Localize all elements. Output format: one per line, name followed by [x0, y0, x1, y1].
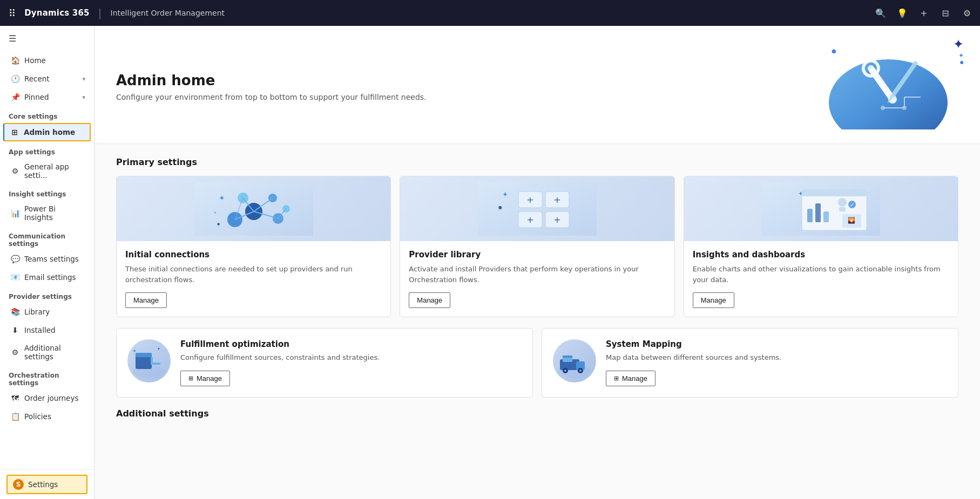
sidebar-item-library[interactable]: 📚 Library	[0, 303, 94, 321]
manage-button-provider-library[interactable]: Manage	[409, 292, 450, 308]
section-core-settings: Core settings	[0, 106, 94, 122]
svg-rect-42	[802, 190, 867, 196]
svg-text:✦: ✦	[502, 190, 508, 199]
svg-point-11	[881, 106, 884, 110]
email-icon: 📧	[10, 272, 20, 282]
svg-text:●: ●	[498, 205, 502, 210]
sidebar-item-recent[interactable]: 🕐 Recent ▾	[0, 70, 94, 88]
wide-cards-grid: ✦ ✦ Fulfillment optimization Configure f…	[116, 328, 958, 398]
recent-icon: 🕐	[10, 74, 20, 84]
sidebar-item-admin-home[interactable]: ⊞ Admin home	[3, 123, 91, 141]
svg-point-63	[564, 370, 566, 372]
svg-rect-44	[815, 203, 821, 222]
manage-button-insights-dashboards[interactable]: Manage	[693, 292, 734, 308]
fulfillment-svg: ✦ ✦	[130, 342, 168, 380]
installed-icon: ⬇	[10, 325, 20, 335]
card-system-mapping-desc: Map data between different sources and s…	[606, 352, 947, 363]
sidebar-item-installed[interactable]: ⬇ Installed	[0, 321, 94, 339]
manage-label: Manage	[622, 374, 647, 382]
insights-svg: ✦	[761, 182, 880, 236]
sidebar-item-general-app[interactable]: ⚙ General app setti...	[0, 158, 94, 184]
sidebar-item-policies-label: Policies	[24, 412, 51, 421]
search-icon[interactable]: 🔍	[874, 6, 887, 19]
svg-text:+: +	[526, 195, 533, 205]
sidebar-item-general-app-label: General app setti...	[24, 162, 85, 180]
card-fulfillment-title: Fulfillment optimization	[180, 339, 522, 349]
filter-icon[interactable]: ⊟	[939, 6, 952, 19]
sidebar-item-order-journeys-label: Order journeys	[24, 394, 78, 402]
manage-icon: ⊞	[614, 375, 619, 382]
hero-illustration: ✦ ✦ ● ●	[829, 43, 948, 131]
manage-button-fulfillment[interactable]: ⊞ Manage	[180, 371, 230, 386]
card-provider-library-title: Provider library	[409, 250, 665, 259]
svg-text:✦: ✦	[132, 348, 137, 354]
sidebar-item-policies[interactable]: 📋 Policies	[0, 407, 94, 426]
primary-cards-grid: ✦ ✦ ●	[116, 176, 958, 317]
sidebar-item-admin-home-label: Admin home	[24, 128, 75, 136]
card-insights-dashboards: ✦	[684, 176, 958, 317]
star-dot-icon: ●	[960, 60, 964, 65]
sidebar-item-order-journeys[interactable]: 🗺 Order journeys	[0, 389, 94, 407]
sidebar-item-home[interactable]: 🏠 Home	[0, 51, 94, 70]
sidebar-item-teams[interactable]: 💬 Teams settings	[0, 250, 94, 268]
card-system-mapping-content: System Mapping Map data between differen…	[606, 339, 947, 386]
hero-left-dots: ●	[832, 46, 836, 54]
card-system-mapping: System Mapping Map data between differen…	[542, 328, 958, 398]
lightbulb-icon[interactable]: 💡	[896, 6, 909, 19]
svg-text:+: +	[526, 215, 533, 225]
sidebar-item-pinned-label: Pinned	[24, 93, 49, 101]
sidebar-item-teams-label: Teams settings	[24, 255, 79, 263]
sidebar-item-pinned[interactable]: 📌 Pinned ▾	[0, 88, 94, 106]
sidebar-item-email[interactable]: 📧 Email settings	[0, 268, 94, 286]
svg-rect-56	[151, 357, 153, 365]
card-system-mapping-title: System Mapping	[606, 339, 947, 349]
svg-text:🌄: 🌄	[848, 216, 855, 224]
card-initial-connections: ✦ ✦ ●	[116, 176, 391, 317]
hamburger-menu[interactable]: ☰	[0, 26, 94, 51]
hero-text: Admin home Configure your environment fr…	[116, 72, 427, 101]
settings-icon[interactable]: ⚙	[961, 6, 974, 19]
dot-icon: ●	[832, 48, 836, 54]
page-subtitle: Configure your environment from top to b…	[116, 93, 427, 101]
sidebar-nav: 🏠 Home 🕐 Recent ▾ 📌 Pinned ▾ Core settin…	[0, 51, 94, 469]
card-fulfillment-content: Fulfillment optimization Configure fulfi…	[180, 339, 522, 386]
svg-text:✦: ✦	[213, 210, 217, 215]
svg-point-46	[838, 198, 847, 207]
connections-svg: ✦ ✦ ●	[194, 182, 313, 236]
section-orchestration-settings: Orchestration settings	[0, 365, 94, 389]
svg-point-10	[903, 106, 906, 110]
hero-svg	[829, 43, 948, 129]
svg-rect-53	[136, 356, 152, 369]
card-system-mapping-image	[553, 339, 596, 382]
hero-image: ✦ ✦ ● ●	[818, 41, 958, 133]
card-provider-library: ✦ ● + + + +	[400, 176, 674, 317]
pinned-chevron: ▾	[82, 94, 85, 101]
sidebar-item-settings-bottom[interactable]: S Settings	[6, 475, 87, 494]
svg-rect-47	[839, 207, 846, 211]
manage-label: Manage	[197, 374, 222, 382]
sidebar-item-settings-bottom-label: Settings	[28, 480, 58, 489]
sidebar-item-additional[interactable]: ⚙ Additional settings	[0, 339, 94, 365]
section-communication-settings: Communication settings	[0, 226, 94, 250]
manage-label: Manage	[133, 296, 159, 304]
manage-button-system-mapping[interactable]: ⊞ Manage	[606, 371, 655, 386]
sidebar-item-email-label: Email settings	[24, 273, 76, 282]
add-icon[interactable]: +	[917, 6, 930, 19]
card-initial-connections-body: Initial connections These initial connec…	[117, 241, 390, 317]
card-fulfillment: ✦ ✦ Fulfillment optimization Configure f…	[116, 328, 533, 398]
manage-button-initial-connections[interactable]: Manage	[125, 292, 167, 308]
manage-label: Manage	[701, 296, 726, 304]
additional-settings-title: Additional settings	[116, 408, 958, 419]
card-insights-dashboards-title: Insights and dashboards	[693, 250, 949, 259]
waffle-menu-icon[interactable]: ⠿	[6, 5, 18, 21]
svg-text:✓: ✓	[850, 202, 855, 208]
card-insights-dashboards-image: ✦	[684, 176, 958, 241]
policies-icon: 📋	[10, 412, 20, 421]
home-icon: 🏠	[10, 56, 20, 65]
svg-text:✦: ✦	[157, 347, 160, 351]
recent-chevron: ▾	[82, 76, 85, 83]
sidebar-item-power-bi[interactable]: 📊 Power Bi Insights	[0, 200, 94, 226]
card-provider-library-body: Provider library Activate and install Pr…	[400, 241, 674, 317]
card-insights-dashboards-desc: Enable charts and other visualizations t…	[693, 264, 949, 285]
svg-rect-54	[136, 353, 152, 357]
